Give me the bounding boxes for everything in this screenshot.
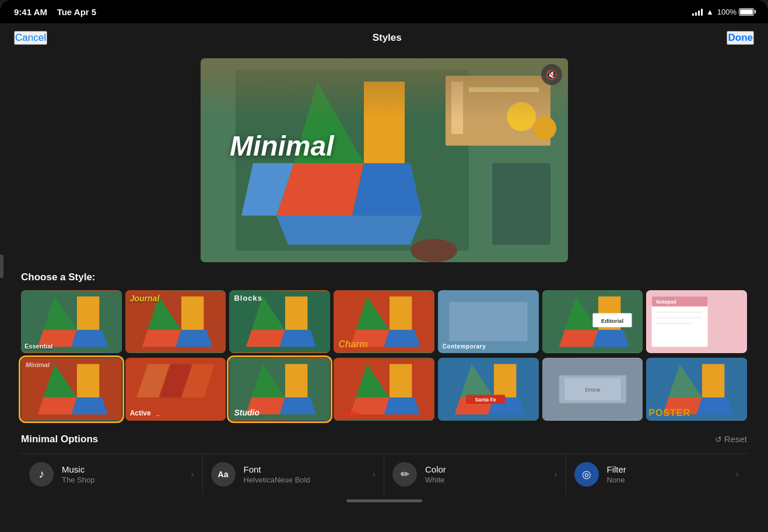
style-label-journal: Journal	[130, 294, 160, 348]
mute-button[interactable]: 🔇	[541, 64, 562, 85]
svg-marker-29	[280, 330, 316, 347]
status-time-date: 9:41 AM Tue Apr 5	[14, 7, 96, 17]
svg-marker-53	[77, 364, 99, 398]
filter-icon: ◎	[574, 462, 599, 487]
style-item-drone[interactable]: Drone	[542, 358, 643, 421]
style-item-slide[interactable]: Slide	[334, 358, 434, 421]
option-label-color: Color	[425, 464, 546, 474]
styles-heading: Choose a Style:	[21, 272, 747, 283]
color-icon: ✏	[392, 462, 417, 487]
svg-point-13	[533, 117, 556, 140]
option-item-font[interactable]: Aa Font HelveticaNeue Bold ›	[203, 454, 385, 495]
nav-title: Styles	[373, 32, 402, 44]
svg-marker-40	[559, 330, 598, 347]
style-item-essential[interactable]: Essential	[21, 290, 122, 353]
option-item-filter[interactable]: ◎ Filter None ›	[566, 454, 748, 495]
style-label-active: Active	[130, 409, 151, 417]
svg-text:Notepad: Notepad	[657, 299, 677, 305]
svg-marker-54	[38, 397, 77, 414]
option-label-music: Music	[62, 464, 183, 474]
music-icon: ♪	[29, 462, 54, 487]
sidebar-handle[interactable]	[0, 255, 3, 278]
mute-icon: 🔇	[546, 69, 557, 80]
svg-rect-36	[449, 302, 527, 341]
style-item-notepad[interactable]: Notepad	[646, 290, 747, 353]
status-date: Tue Apr 5	[57, 7, 97, 17]
reset-button[interactable]: ↺ Reset	[715, 434, 747, 444]
style-grid-row2: Minimal Active →	[21, 358, 747, 421]
options-title: Minimal Options	[21, 434, 98, 445]
option-value-font: HelveticaNeue Bold	[244, 475, 364, 484]
chevron-icon-music: ›	[191, 469, 194, 480]
style-item-contemporary[interactable]: Contemporary	[438, 290, 539, 353]
option-value-filter: None	[607, 475, 728, 484]
svg-marker-27	[285, 297, 307, 330]
video-preview-container: Minimal 🔇	[0, 52, 768, 272]
svg-text:Editorial: Editorial	[601, 318, 623, 324]
style-label-studio: Studio	[234, 408, 259, 417]
chevron-icon-color: ›	[554, 469, 557, 480]
cancel-button[interactable]: Cancel	[14, 31, 47, 45]
style-label-charm: Charm	[338, 339, 368, 350]
svg-text:Santa Fe: Santa Fe	[475, 397, 496, 403]
style-label-contemporary: Contemporary	[443, 343, 486, 350]
option-item-color[interactable]: ✏ Color White ›	[384, 454, 566, 495]
style-label-poster: POSTER	[648, 408, 690, 418]
svg-marker-69	[384, 397, 420, 414]
option-text-font: Font HelveticaNeue Bold	[244, 464, 364, 484]
home-indicator	[0, 495, 768, 505]
svg-rect-11	[492, 163, 550, 245]
svg-marker-32	[390, 297, 412, 330]
chevron-icon-filter: ›	[736, 469, 739, 480]
style-label-slide: Slide	[338, 408, 359, 418]
option-label-filter: Filter	[607, 464, 728, 474]
status-indicators: ▲ 100%	[692, 8, 754, 16]
signal-icon	[692, 8, 703, 16]
option-label-font: Font	[244, 464, 364, 474]
svg-marker-5	[352, 163, 422, 216]
option-text-filter: Filter None	[607, 464, 728, 484]
reset-label: Reset	[724, 434, 747, 444]
style-item-minimal[interactable]: Minimal	[21, 358, 122, 421]
style-item-charm[interactable]: Charm	[334, 290, 434, 353]
svg-marker-62	[285, 364, 307, 398]
option-text-music: Music The Shop	[62, 464, 183, 484]
wifi-icon: ▲	[706, 8, 714, 16]
home-bar[interactable]	[346, 499, 422, 502]
svg-marker-17	[77, 297, 99, 330]
navigation-bar: Cancel Styles Done	[0, 23, 768, 52]
svg-marker-64	[280, 397, 316, 414]
style-label-blocks: Blocks	[234, 294, 262, 348]
svg-marker-34	[384, 330, 420, 347]
option-value-color: White	[425, 475, 546, 484]
options-section: Minimal Options ↺ Reset ♪ Music The Shop…	[0, 425, 768, 495]
style-item-blocks[interactable]: Blocks	[229, 290, 330, 353]
style-item-studio[interactable]: Studio	[229, 358, 330, 421]
option-item-music[interactable]: ♪ Music The Shop ›	[21, 454, 203, 495]
style-item-santafe[interactable]: Santa Fe	[438, 358, 539, 421]
style-item-active[interactable]: Active →	[125, 358, 226, 421]
svg-marker-83	[702, 364, 724, 398]
video-preview[interactable]: Minimal 🔇	[201, 58, 568, 262]
font-icon: Aa	[211, 462, 236, 487]
status-bar: 9:41 AM Tue Apr 5 ▲ 100%	[0, 0, 768, 23]
svg-text:Drone: Drone	[585, 386, 600, 393]
svg-marker-55	[71, 397, 107, 414]
chevron-icon-font: ›	[373, 469, 376, 480]
style-item-journal[interactable]: Journal	[125, 290, 226, 353]
battery-indicator: 100%	[717, 8, 754, 16]
done-button[interactable]: Done	[727, 31, 754, 45]
svg-marker-72	[494, 364, 516, 398]
style-item-editorial[interactable]: Editorial	[542, 290, 643, 353]
options-header: Minimal Options ↺ Reset	[21, 434, 747, 445]
svg-marker-85	[697, 397, 733, 414]
options-grid: ♪ Music The Shop › Aa Font HelveticaNeue…	[21, 453, 747, 495]
styles-section: Choose a Style: Essential	[0, 272, 768, 421]
style-grid-row1: Essential Journal	[21, 290, 747, 353]
option-value-music: The Shop	[62, 475, 183, 484]
battery-icon	[739, 8, 754, 16]
style-item-poster[interactable]: POSTER	[646, 358, 747, 421]
svg-marker-67	[390, 364, 412, 398]
video-style-label: Minimal	[230, 130, 334, 162]
style-label-essential: Essential	[24, 343, 52, 350]
